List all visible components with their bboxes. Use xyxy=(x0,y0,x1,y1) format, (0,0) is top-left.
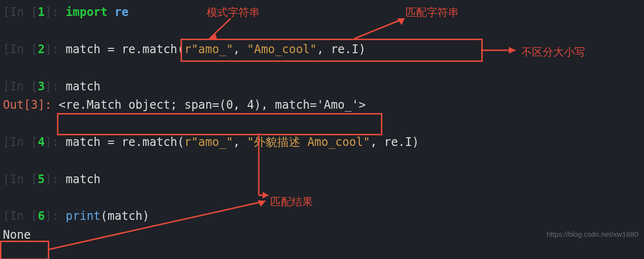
prompt-number: 1 xyxy=(38,5,44,19)
expr: match xyxy=(66,80,100,93)
code-line-6: [In [6]: print(match) xyxy=(3,207,644,225)
blank-line xyxy=(3,151,644,170)
code-line-4: [In [4]: match = re.match(r"amo_", "外貌描述… xyxy=(3,133,644,151)
blank-line xyxy=(3,21,644,40)
assignment: match = re.match( xyxy=(66,135,184,149)
prompt-bracket: [In [ xyxy=(3,209,38,223)
module-name: re xyxy=(114,5,128,19)
out-number: 3 xyxy=(31,98,38,112)
code-line-1: [In [1]: import re xyxy=(3,3,644,21)
expr: match xyxy=(66,173,100,186)
prompt-bracket: [In [ xyxy=(3,173,38,186)
highlight-box-none xyxy=(0,241,49,259)
raw-string-pattern: r"amo_" xyxy=(184,135,233,149)
string-target: "外貌描述 Amo_cool" xyxy=(247,135,370,149)
comma: , xyxy=(233,135,247,149)
assignment: match = re.match xyxy=(66,43,177,56)
builtin-print: print xyxy=(66,209,100,223)
prompt-bracket: [In [ xyxy=(3,43,38,56)
prompt-bracket-close: ]: xyxy=(45,43,66,56)
output-line-3: Out[3]: <re.Match object; span=(0, 4), m… xyxy=(3,96,644,114)
prompt-bracket-close: ]: xyxy=(45,135,66,149)
annotation-case-insensitive: 不区分大小写 xyxy=(521,43,585,60)
prompt-number: 6 xyxy=(38,209,44,223)
prompt-bracket: [In [ xyxy=(3,135,38,149)
prompt-number: 3 xyxy=(38,80,44,93)
code-line-3: [In [3]: match xyxy=(3,77,644,96)
keyword-import: import xyxy=(66,5,114,19)
highlight-box-args xyxy=(181,39,483,62)
blank-line xyxy=(3,188,644,207)
match-object-repr: <re.Match object; span=(0, 4), match='Am… xyxy=(59,98,366,112)
watermark: https://blog.csdn.net/xw1680 xyxy=(546,229,638,240)
annotation-match-result: 匹配结果 xyxy=(270,193,313,210)
prompt-bracket: [In [ xyxy=(3,80,38,93)
annotation-pattern-string: 模式字符串 xyxy=(207,4,260,21)
flag-tail: , re.I) xyxy=(370,135,419,149)
prompt-number: 4 xyxy=(38,135,44,149)
annotation-match-string: 匹配字符串 xyxy=(406,4,459,21)
prompt-bracket: [In [ xyxy=(3,5,38,19)
prompt-bracket-close: ]: xyxy=(45,5,66,19)
out-label: Out[ xyxy=(3,98,31,112)
none-literal: None xyxy=(3,228,31,242)
highlight-box-match-repr xyxy=(57,113,382,135)
prompt-number: 2 xyxy=(38,43,44,56)
code-canvas: [In [1]: import re [In [2]: match = re.m… xyxy=(0,0,644,244)
prompt-bracket-close: ]: xyxy=(45,173,66,186)
call-arg: (match) xyxy=(100,209,149,223)
prompt-bracket-close: ]: xyxy=(45,80,66,93)
code-line-5: [In [5]: match xyxy=(3,170,644,188)
prompt-number: 5 xyxy=(38,173,44,186)
out-label-close: ]: xyxy=(38,98,58,112)
prompt-bracket-close: ]: xyxy=(45,209,66,223)
